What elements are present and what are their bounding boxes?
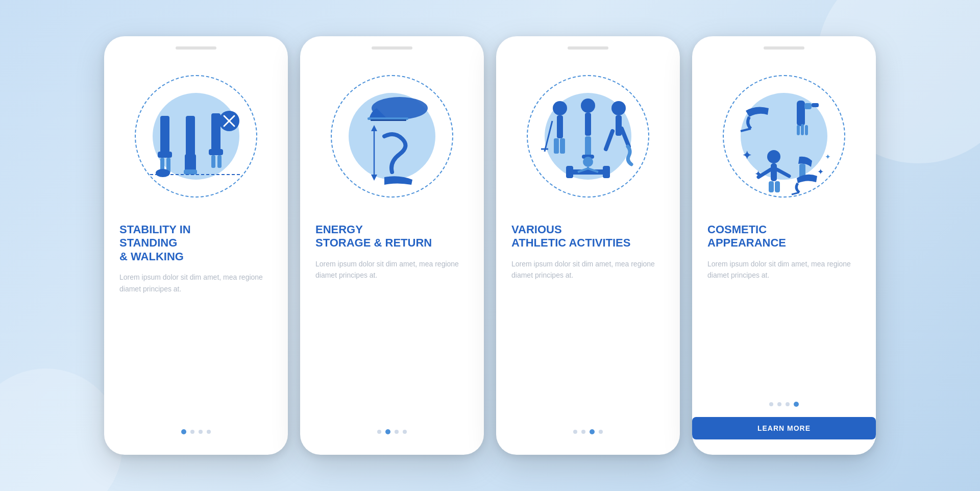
dot-1-2[interactable] (199, 430, 203, 434)
svg-rect-49 (805, 125, 808, 135)
phone-content-3: VARIOUS ATHLETIC ACTIVITIES Lorem ipsum … (496, 218, 680, 421)
svg-text:✦: ✦ (742, 149, 751, 162)
phone-content-1: STABILITY IN STANDING & WALKING Lorem ip… (104, 218, 288, 421)
svg-rect-38 (603, 166, 610, 178)
svg-rect-37 (566, 166, 573, 178)
illustration-area-4: ✦ ✦ ✦ ✦ (707, 60, 861, 213)
svg-rect-24 (554, 138, 559, 154)
svg-point-53 (767, 150, 780, 163)
phones-container: STABILITY IN STANDING & WALKING Lorem ip… (84, 16, 896, 475)
dot-2-0[interactable] (377, 430, 381, 434)
dot-3-1[interactable] (581, 430, 585, 434)
svg-rect-46 (812, 103, 819, 107)
svg-rect-11 (217, 155, 222, 168)
dot-4-1[interactable] (777, 402, 781, 406)
illustration-3 (522, 70, 654, 203)
svg-rect-9 (209, 149, 223, 155)
svg-marker-20 (371, 125, 377, 131)
svg-text:✦: ✦ (825, 153, 831, 161)
svg-rect-36 (570, 169, 606, 175)
svg-text:✦: ✦ (817, 167, 824, 176)
svg-line-35 (622, 129, 629, 146)
svg-rect-30 (585, 136, 591, 157)
dot-1-3[interactable] (207, 430, 211, 434)
svg-rect-33 (616, 115, 622, 136)
phone-card-2: ENERGY STORAGE & RETURN Lorem ipsum dolo… (300, 36, 484, 455)
svg-line-43 (741, 129, 751, 131)
dot-1-0[interactable] (181, 429, 186, 434)
svg-rect-56 (775, 181, 780, 192)
phone-notch-1 (176, 46, 216, 50)
dots-container-2 (300, 421, 484, 439)
card-3-description: Lorem ipsum dolor sit dim amet, mea regi… (511, 258, 665, 416)
svg-rect-29 (585, 113, 591, 136)
dots-container-1 (104, 421, 288, 439)
learn-more-button[interactable]: LEARN MORE (692, 417, 876, 439)
svg-point-4 (156, 169, 170, 177)
svg-line-34 (606, 131, 612, 149)
illustration-area-1 (119, 60, 273, 213)
dot-2-1[interactable] (385, 429, 390, 434)
dot-2-3[interactable] (403, 430, 407, 434)
phone-notch-2 (372, 46, 412, 50)
svg-rect-44 (797, 101, 805, 126)
svg-rect-45 (804, 103, 812, 109)
card-4-title: COSMETIC APPEARANCE (707, 223, 786, 250)
illustration-4: ✦ ✦ ✦ ✦ (718, 70, 850, 203)
dot-3-3[interactable] (599, 430, 603, 434)
card-1-title: STABILITY IN STANDING & WALKING (119, 223, 191, 263)
svg-rect-1 (158, 152, 172, 158)
illustration-area-3 (511, 60, 665, 213)
card-2-description: Lorem ipsum dolor sit dim amet, mea regi… (315, 258, 469, 416)
svg-rect-18 (371, 119, 406, 121)
card-4-description: Lorem ipsum dolor sit dim amet, mea regi… (707, 258, 861, 388)
illustration-area-2 (315, 60, 469, 213)
svg-rect-8 (211, 113, 220, 152)
svg-marker-21 (371, 175, 377, 181)
svg-rect-5 (186, 116, 195, 157)
dot-4-2[interactable] (786, 402, 790, 406)
svg-rect-10 (211, 155, 215, 168)
dot-2-2[interactable] (395, 430, 399, 434)
phone-card-3: VARIOUS ATHLETIC ACTIVITIES Lorem ipsum … (496, 36, 680, 455)
svg-rect-55 (769, 181, 774, 192)
phone-content-4: COSMETIC APPEARANCE Lorem ipsum dolor si… (692, 218, 876, 394)
svg-text:✦: ✦ (754, 169, 762, 179)
svg-rect-48 (801, 124, 804, 135)
card-3-title: VARIOUS ATHLETIC ACTIVITIES (511, 223, 630, 250)
svg-point-22 (553, 101, 567, 115)
phone-content-2: ENERGY STORAGE & RETURN Lorem ipsum dolo… (300, 218, 484, 421)
dot-4-3[interactable] (794, 402, 799, 407)
illustration-2 (326, 70, 458, 203)
svg-line-61 (792, 192, 799, 194)
phone-card-4: ✦ ✦ ✦ ✦ C (692, 36, 876, 455)
svg-rect-7 (184, 169, 197, 175)
dots-container-4 (692, 394, 876, 412)
svg-rect-23 (557, 115, 563, 138)
dot-1-1[interactable] (190, 430, 194, 434)
phone-notch-3 (568, 46, 608, 50)
card-2-title: ENERGY STORAGE & RETURN (315, 223, 432, 250)
svg-rect-6 (185, 154, 196, 172)
phone-notch-4 (764, 46, 804, 50)
svg-rect-25 (560, 138, 565, 154)
dot-3-0[interactable] (573, 430, 577, 434)
svg-rect-47 (797, 125, 800, 135)
dots-container-3 (496, 421, 680, 439)
svg-rect-0 (160, 116, 169, 157)
svg-point-28 (581, 99, 595, 113)
svg-point-39 (583, 157, 593, 167)
phone-card-1: STABILITY IN STANDING & WALKING Lorem ip… (104, 36, 288, 455)
svg-rect-54 (771, 163, 777, 181)
svg-point-32 (611, 101, 626, 115)
svg-line-58 (777, 169, 789, 176)
svg-line-26 (545, 121, 552, 152)
dot-3-2[interactable] (590, 429, 595, 434)
dot-4-0[interactable] (769, 402, 773, 406)
illustration-1 (130, 70, 262, 203)
card-1-description: Lorem ipsum dolor sit dim amet, mea regi… (119, 272, 273, 416)
